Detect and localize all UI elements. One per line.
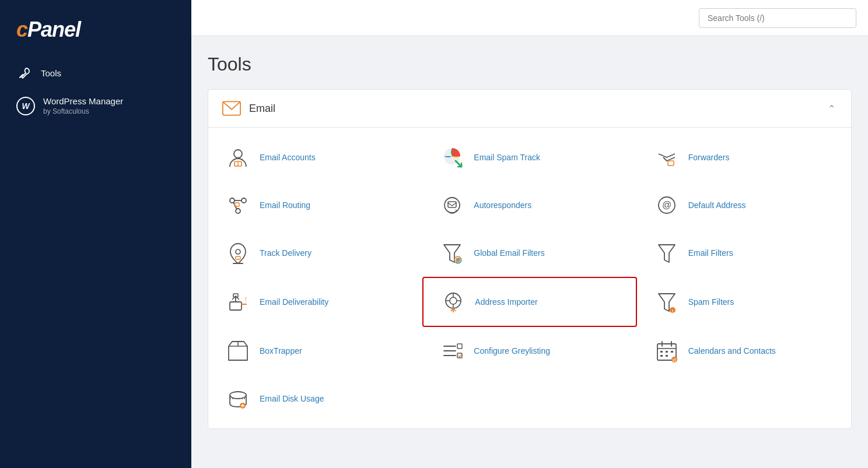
tool-spam-filters[interactable]: ! Spam Filters xyxy=(637,277,851,327)
configure-greylisting-label: Configure Greylisting xyxy=(474,346,550,356)
svg-marker-24 xyxy=(659,245,675,262)
calendars-and-contacts-label: Calendars and Contacts xyxy=(688,346,776,356)
tool-calendars-and-contacts[interactable]: @ Calendars and Contacts xyxy=(637,327,851,375)
spam-filters-icon: ! xyxy=(653,288,680,315)
svg-rect-56 xyxy=(666,355,668,357)
tool-track-delivery[interactable]: Track Delivery xyxy=(208,229,422,277)
default-address-icon: @ xyxy=(653,192,680,219)
svg-rect-14 xyxy=(448,202,456,207)
svg-point-59 xyxy=(230,392,246,399)
svg-rect-52 xyxy=(660,351,663,353)
wordpress-icon: W xyxy=(16,97,35,115)
email-routing-label: Email Routing xyxy=(260,200,310,210)
tool-address-importer[interactable]: Address Importer xyxy=(422,277,636,327)
spam-filters-label: Spam Filters xyxy=(688,297,734,307)
svg-point-23 xyxy=(456,258,460,262)
email-disk-usage-label: Email Disk Usage xyxy=(260,394,324,403)
email-spam-track-icon xyxy=(439,144,466,171)
tool-autoresponders[interactable]: Autoresponders xyxy=(422,181,636,229)
email-spam-track-label: Email Spam Track xyxy=(474,153,540,162)
svg-point-8 xyxy=(242,198,246,203)
sidebar-logo: cPanel xyxy=(0,12,191,58)
tool-forwarders[interactable]: Forwarders xyxy=(637,133,851,181)
collapse-button[interactable]: ⌃ xyxy=(825,103,837,114)
wordpress-label: WordPress Manager xyxy=(43,96,123,107)
calendars-and-contacts-icon: @ xyxy=(653,337,680,364)
tool-email-spam-track[interactable]: Email Spam Track xyxy=(422,133,636,181)
wrench-icon xyxy=(16,66,33,79)
global-email-filters-icon: 🌐 xyxy=(439,240,466,266)
email-filters-icon xyxy=(653,240,680,266)
email-disk-usage-icon xyxy=(225,385,251,412)
svg-rect-46 xyxy=(457,344,462,349)
email-section-icon xyxy=(222,99,241,118)
svg-text:!: ! xyxy=(245,297,247,303)
svg-text:@: @ xyxy=(662,200,671,210)
svg-rect-25 xyxy=(230,302,242,310)
email-routing-icon xyxy=(225,192,251,219)
sidebar: cPanel Tools W WordPress Manager by Soft… xyxy=(0,0,191,468)
tool-email-accounts[interactable]: Email Accounts xyxy=(208,133,422,181)
email-section-title: Email xyxy=(249,103,275,115)
tools-grid: Email Accounts xyxy=(208,128,851,428)
boxtrapper-icon xyxy=(225,337,251,364)
tool-email-disk-usage[interactable]: Email Disk Usage xyxy=(208,375,422,423)
forwarders-label: Forwarders xyxy=(688,153,730,162)
svg-rect-53 xyxy=(666,351,668,353)
sidebar-item-wordpress[interactable]: W WordPress Manager by Softaculous xyxy=(0,87,191,124)
svg-rect-18 xyxy=(236,256,240,259)
sidebar-tools-label: Tools xyxy=(41,68,61,78)
email-deliverability-icon: ! xyxy=(225,288,251,315)
svg-point-13 xyxy=(444,198,460,213)
svg-rect-6 xyxy=(668,161,674,166)
global-email-filters-label: Global Email Filters xyxy=(474,248,544,258)
email-accounts-label: Email Accounts xyxy=(260,153,316,162)
tool-default-address[interactable]: @ Default Address xyxy=(637,181,851,229)
autoresponders-label: Autoresponders xyxy=(474,200,531,210)
svg-point-17 xyxy=(236,249,240,254)
autoresponders-icon xyxy=(439,192,466,219)
svg-point-31 xyxy=(450,297,457,304)
boxtrapper-label: BoxTrapper xyxy=(260,346,302,356)
forwarders-icon xyxy=(653,144,680,171)
svg-text:@: @ xyxy=(672,358,676,362)
svg-line-11 xyxy=(233,202,237,209)
address-importer-label: Address Importer xyxy=(475,297,537,307)
tool-email-deliverability[interactable]: ! Email Deliverability xyxy=(208,277,422,327)
email-filters-label: Email Filters xyxy=(688,248,733,258)
svg-rect-55 xyxy=(660,355,663,357)
tool-email-filters[interactable]: Email Filters xyxy=(637,229,851,277)
tool-email-routing[interactable]: Email Routing xyxy=(208,181,422,229)
tool-global-email-filters[interactable]: 🌐 Global Email Filters xyxy=(422,229,636,277)
sidebar-item-tools[interactable]: Tools xyxy=(0,58,191,87)
email-deliverability-label: Email Deliverability xyxy=(260,297,328,307)
content-area: Tools Email ⌃ xyxy=(191,36,868,468)
wordpress-sublabel: by Softaculous xyxy=(43,107,123,117)
configure-greylisting-icon xyxy=(439,337,466,364)
tool-configure-greylisting[interactable]: Configure Greylisting xyxy=(422,327,636,375)
email-section-header: Email ⌃ xyxy=(208,90,851,128)
svg-text:!: ! xyxy=(671,308,673,314)
email-accounts-icon xyxy=(225,144,251,171)
topbar xyxy=(191,0,868,36)
cpanel-logo-text: cPanel xyxy=(16,17,175,42)
address-importer-icon xyxy=(440,288,467,315)
search-input[interactable] xyxy=(699,8,856,28)
track-delivery-icon xyxy=(225,240,251,266)
default-address-label: Default Address xyxy=(688,200,746,210)
email-section-card: Email ⌃ Email Accounts xyxy=(208,89,852,429)
svg-rect-54 xyxy=(671,351,673,353)
page-title: Tools xyxy=(208,54,852,75)
svg-point-2 xyxy=(234,150,242,158)
tool-boxtrapper[interactable]: BoxTrapper xyxy=(208,327,422,375)
track-delivery-label: Track Delivery xyxy=(260,248,312,258)
main-content: Tools Email ⌃ xyxy=(191,0,868,468)
